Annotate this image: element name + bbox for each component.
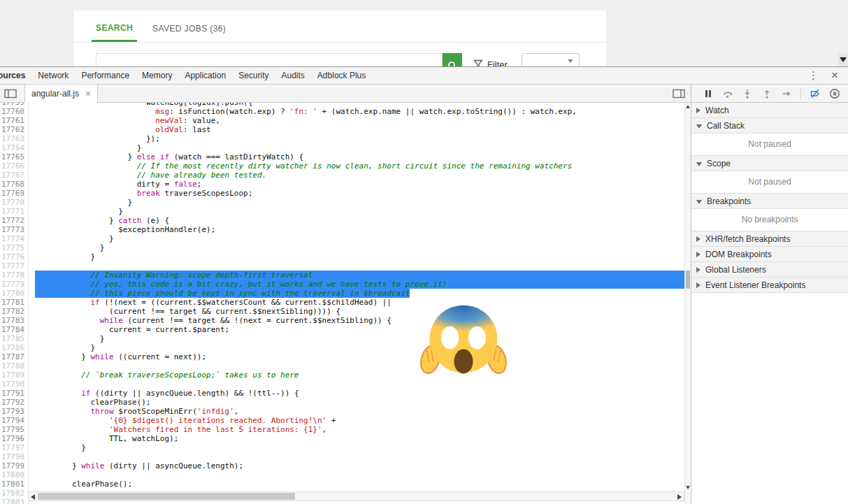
debugger-sidebar-toggle-icon[interactable]: [673, 89, 685, 99]
line-number[interactable]: 17789: [0, 370, 28, 380]
line-number[interactable]: 17760: [0, 107, 28, 116]
pause-on-exceptions-icon[interactable]: [825, 85, 845, 103]
scroll-up-icon[interactable]: [686, 105, 690, 108]
section-header-watch[interactable]: Watch: [691, 103, 848, 118]
line-number[interactable]: 17774: [0, 234, 28, 243]
line-number[interactable]: 17794: [0, 416, 28, 425]
close-tab-icon[interactable]: ×: [85, 88, 91, 99]
step-icon[interactable]: [777, 85, 796, 103]
code-line[interactable]: 17767 // have already been tested.: [0, 171, 684, 180]
code-line[interactable]: 17772 } catch (e) {: [0, 216, 684, 225]
job-search-input[interactable]: [96, 53, 443, 66]
line-number[interactable]: 17791: [0, 389, 28, 398]
line-number[interactable]: 17778: [0, 271, 28, 280]
code-line[interactable]: 17789 // `break traverseScopesLoop;` tak…: [0, 370, 684, 380]
file-tab-angular-all[interactable]: angular-all.js ×: [24, 85, 98, 103]
pause-icon[interactable]: [698, 85, 718, 103]
section-header-dom-breakpoints[interactable]: DOM Breakpoints: [691, 247, 848, 262]
code-line[interactable]: 17790: [0, 380, 684, 389]
vertical-scrollbar[interactable]: [684, 103, 691, 504]
code-line[interactable]: 17796 TTL, watchLog);: [0, 434, 684, 443]
line-number[interactable]: 17792: [0, 398, 28, 407]
code-line[interactable]: 17782 (current !== target && current.$$n…: [0, 307, 684, 316]
code-line[interactable]: 17798: [0, 452, 684, 461]
devtools-tab-adblock-plus[interactable]: Adblock Plus: [311, 67, 372, 84]
section-header-scope[interactable]: Scope: [691, 156, 848, 171]
navigator-toggle-icon[interactable]: [0, 89, 21, 99]
line-number[interactable]: 17762: [0, 125, 28, 134]
code-line[interactable]: 17766 // If the most recently dirty watc…: [0, 161, 684, 171]
kebab-menu-icon[interactable]: ⋮: [803, 69, 824, 82]
code-line[interactable]: 17783 while (current !== target && !(nex…: [0, 316, 684, 325]
scroll-left-icon[interactable]: [31, 494, 35, 500]
code-line[interactable]: 17777: [0, 261, 684, 271]
line-number[interactable]: 17761: [0, 116, 28, 125]
line-number[interactable]: 17799: [0, 461, 28, 470]
line-number[interactable]: 17795: [0, 425, 28, 434]
line-number[interactable]: 17802: [0, 489, 28, 498]
devtools-tab-memory[interactable]: Memory: [136, 67, 178, 84]
devtools-tab-network[interactable]: Network: [31, 67, 75, 84]
code-line[interactable]: 17787 } while ((current = next));: [0, 352, 684, 361]
line-number[interactable]: 17763: [0, 134, 28, 143]
code-line[interactable]: 17776 }: [0, 252, 684, 261]
line-number[interactable]: 17787: [0, 352, 28, 361]
line-number[interactable]: 17784: [0, 325, 28, 334]
devtools-tab-security[interactable]: Security: [232, 67, 275, 84]
tab-saved-jobs[interactable]: SAVED JOBS (36): [148, 24, 230, 42]
tab-search[interactable]: SEARCH: [92, 23, 137, 42]
code-line[interactable]: 17762 oldVal: last: [0, 125, 684, 134]
line-number[interactable]: 17788: [0, 361, 28, 370]
line-number[interactable]: 17796: [0, 434, 28, 443]
page-scrollbar[interactable]: [838, 53, 847, 66]
devtools-tab-application[interactable]: Application: [178, 67, 232, 84]
line-number[interactable]: 17769: [0, 189, 28, 198]
code-line[interactable]: 17760 msg: isFunction(watch.exp) ? 'fn: …: [0, 107, 684, 116]
code-line[interactable]: 17785 }: [0, 334, 684, 343]
devtools-tab-audits[interactable]: Audits: [275, 67, 311, 84]
code-line[interactable]: 17779 // yes, this code is a bit crazy, …: [0, 280, 684, 289]
filter-button[interactable]: Filter: [473, 53, 508, 66]
line-number[interactable]: 17777: [0, 261, 28, 271]
code-line[interactable]: 17799 } while (dirty || asyncQueue.lengt…: [0, 461, 684, 470]
code-line[interactable]: 17801 clearPhase();: [0, 480, 684, 489]
code-line[interactable]: 17797 }: [0, 443, 684, 452]
search-button[interactable]: [443, 53, 462, 66]
line-number[interactable]: 17782: [0, 307, 28, 316]
code-line[interactable]: 17765 } else if (watch === lastDirtyWatc…: [0, 152, 684, 161]
line-number[interactable]: 17793: [0, 407, 28, 416]
code-line[interactable]: 17761 newVal: value,: [0, 116, 684, 125]
code-line[interactable]: 17786 }: [0, 343, 684, 352]
code-line[interactable]: 17784 current = current.$parent;: [0, 325, 684, 334]
line-number[interactable]: 17770: [0, 198, 28, 207]
line-number[interactable]: 17801: [0, 480, 28, 489]
code-line[interactable]: 17764 }: [0, 143, 684, 152]
line-number[interactable]: 17786: [0, 343, 28, 352]
line-number[interactable]: 17781: [0, 298, 28, 307]
line-number[interactable]: 17790: [0, 380, 28, 389]
step-over-icon[interactable]: [718, 85, 738, 103]
line-number[interactable]: 17785: [0, 334, 28, 343]
code-line[interactable]: 17780 // this piece should be kept in sy…: [0, 289, 684, 298]
line-number[interactable]: 17803: [0, 498, 28, 504]
line-number[interactable]: 17771: [0, 207, 28, 216]
step-into-icon[interactable]: [738, 85, 757, 103]
section-header-global-listeners[interactable]: Global Listeners: [691, 262, 848, 278]
code-line[interactable]: 17781 if (!(next = ((current.$$watchersC…: [0, 298, 684, 307]
line-number[interactable]: 17797: [0, 443, 28, 452]
horizontal-scroll-thumb[interactable]: [38, 493, 295, 500]
code-line[interactable]: 17775 }: [0, 243, 684, 252]
section-header-breakpoints[interactable]: Breakpoints: [691, 194, 848, 209]
close-devtools-icon[interactable]: ×: [827, 69, 842, 82]
code-line[interactable]: 17769 break traverseScopesLoop;: [0, 189, 684, 198]
devtools-tab-sources[interactable]: Sources: [0, 67, 31, 84]
code-line[interactable]: 17768 dirty = false;: [0, 180, 684, 189]
deactivate-breakpoints-icon[interactable]: [805, 85, 825, 103]
line-number[interactable]: 17764: [0, 143, 28, 152]
dropdown-button[interactable]: [522, 53, 580, 66]
code-line[interactable]: 17770 }: [0, 198, 684, 207]
scroll-right-icon[interactable]: [677, 494, 682, 500]
code-line[interactable]: 17795 'Watchers fired in the last 5 iter…: [0, 425, 684, 434]
line-number[interactable]: 17768: [0, 180, 28, 189]
code-line[interactable]: 17771 }: [0, 207, 684, 216]
